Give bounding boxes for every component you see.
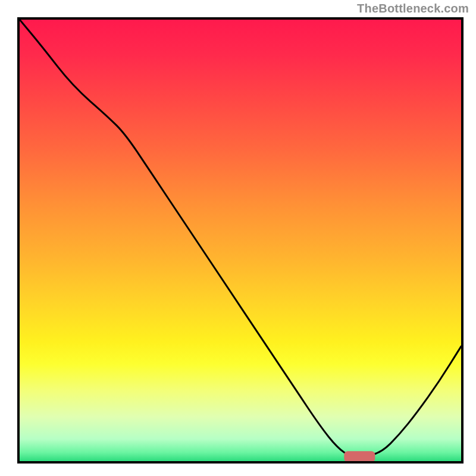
curve-line	[20, 20, 461, 457]
optimum-marker	[344, 451, 375, 462]
watermark-text: TheBottleneck.com	[357, 2, 469, 15]
chart-plot-area	[17, 17, 464, 464]
chart-svg	[20, 20, 461, 461]
